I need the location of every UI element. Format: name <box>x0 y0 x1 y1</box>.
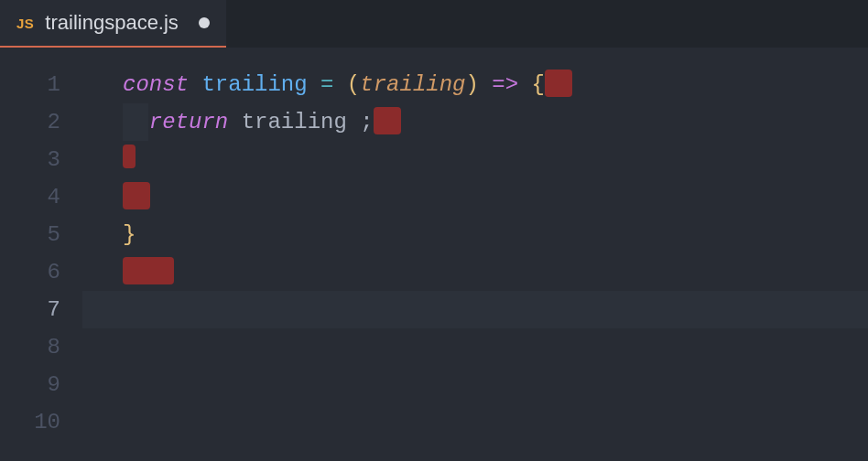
code-area[interactable]: const trailing = (trailing) => { return … <box>82 48 868 461</box>
line-number-gutter: 1 2 3 4 5 6 7 8 9 10 <box>0 48 82 461</box>
brace-open: { <box>532 72 545 97</box>
tab-bar: JS trailingspace.js <box>0 0 868 48</box>
trailing-space-marker <box>123 257 174 284</box>
indent-guide <box>123 103 148 141</box>
line-number: 10 <box>0 403 60 441</box>
line-number: 5 <box>0 216 60 253</box>
line-number: 3 <box>0 141 60 178</box>
code-line[interactable] <box>82 178 868 216</box>
tab-filename: trailingspace.js <box>45 11 179 35</box>
semicolon: ; <box>360 110 373 134</box>
code-editor[interactable]: 1 2 3 4 5 6 7 8 9 10 const trailing = (t… <box>0 48 868 461</box>
line-number: 9 <box>0 366 60 403</box>
paren-close: ) <box>465 72 478 97</box>
line-number: 2 <box>0 103 60 141</box>
code-line[interactable] <box>82 291 868 328</box>
code-line[interactable]: const trailing = (trailing) => { <box>82 66 868 103</box>
line-number: 7 <box>0 291 60 328</box>
tab-active[interactable]: JS trailingspace.js <box>0 0 226 48</box>
line-number: 4 <box>0 178 60 216</box>
code-line[interactable]: return trailing ; <box>82 103 868 141</box>
trailing-space-marker <box>374 107 401 134</box>
brace-close: } <box>123 222 136 247</box>
paren-open: ( <box>347 72 360 97</box>
keyword-const: const <box>123 72 189 97</box>
arrow-token: => <box>492 72 518 97</box>
variable-ref: trailing <box>242 110 347 134</box>
code-line[interactable] <box>82 403 868 441</box>
code-line[interactable] <box>82 141 868 178</box>
line-number: 6 <box>0 253 60 291</box>
unsaved-dot-icon <box>199 17 210 28</box>
param-name: trailing <box>360 72 465 97</box>
trailing-space-marker <box>123 182 150 209</box>
line-number: 8 <box>0 328 60 366</box>
code-line[interactable] <box>82 253 868 291</box>
decl-name: trailing <box>201 72 307 97</box>
js-lang-icon: JS <box>16 16 34 31</box>
operator-equals: = <box>320 72 333 97</box>
line-number: 1 <box>0 66 60 103</box>
keyword-return: return <box>149 110 228 134</box>
code-line[interactable]: } <box>82 216 868 253</box>
trailing-space-marker <box>123 145 136 168</box>
code-line[interactable] <box>82 328 868 366</box>
code-line[interactable] <box>82 366 868 403</box>
trailing-space-marker <box>545 70 572 97</box>
